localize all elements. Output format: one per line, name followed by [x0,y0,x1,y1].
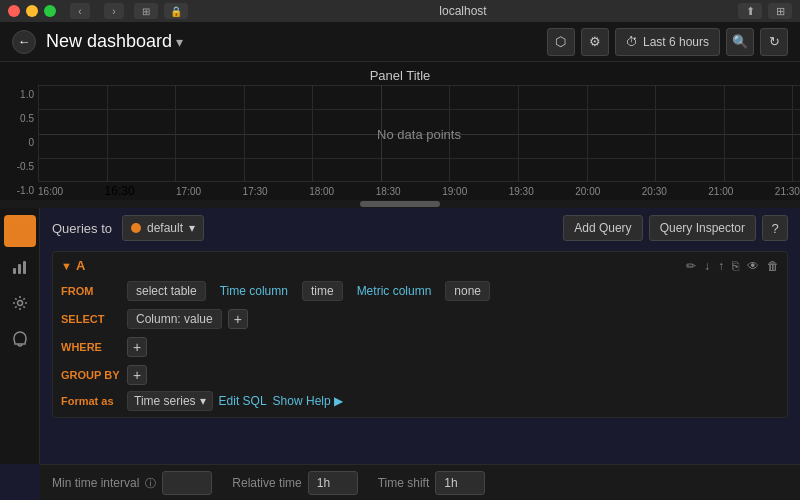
edit-query-icon[interactable]: ✏ [686,259,696,273]
from-label: FROM [61,285,121,297]
close-button[interactable] [8,5,20,17]
svg-point-0 [13,224,27,229]
chart-scrollbar[interactable] [0,200,800,208]
format-value: Time series [134,394,196,408]
view-btn[interactable]: ⊞ [134,3,158,19]
group-by-label: GROUP BY [61,369,121,381]
query-block-a: ▼ A ✏ ↓ ↑ ⎘ 👁 🗑 FROM select table Time c… [52,251,788,418]
shield-btn[interactable]: 🔒 [164,3,188,19]
query-actions: Add Query Query Inspector ? [563,215,788,241]
save-dashboard-button[interactable]: ⬡ [547,28,575,56]
query-inspector-button[interactable]: Query Inspector [649,215,756,241]
y-label-4: -0.5 [0,161,38,172]
time-range-button[interactable]: ⏱ Last 6 hours [615,28,720,56]
add-query-button[interactable]: Add Query [563,215,642,241]
panel-title: Panel Title [0,62,800,85]
y-label-2: 0.5 [0,113,38,124]
copy-query-icon[interactable]: ⎘ [732,259,739,273]
query-editor-header: Queries to default ▾ Add Query Query Ins… [52,215,788,241]
refresh-button[interactable]: ↻ [760,28,788,56]
relative-time-label: Relative time [232,476,301,490]
queries-to-label: Queries to [52,221,112,236]
save-icon: ⬡ [555,34,566,49]
edit-sql-button[interactable]: Edit SQL [219,394,267,408]
dashboard-back-button[interactable]: ← [12,30,36,54]
bottom-panel: Queries to default ▾ Add Query Query Ins… [0,207,800,464]
back-nav-button[interactable]: ‹ [70,3,90,19]
min-time-info-icon[interactable]: ⓘ [145,476,156,491]
svg-rect-3 [23,261,26,274]
delete-query-icon[interactable]: 🗑 [767,259,779,273]
y-axis: 1.0 0.5 0 -0.5 -1.0 [0,85,38,200]
minimize-button[interactable] [26,5,38,17]
dashboard-title-group: New dashboard ▾ [46,31,183,52]
datasource-select[interactable]: default ▾ [122,215,204,241]
x-label-6: 19:00 [442,186,467,197]
search-icon: 🔍 [732,34,748,49]
forward-nav-button[interactable]: › [104,3,124,19]
clock-icon: ⏱ [626,35,638,49]
collapse-arrow-icon[interactable]: ▼ [61,260,72,272]
time-shift-group: Time shift [378,471,486,495]
y-label-1: 1.0 [0,89,38,100]
x-label-7: 19:30 [509,186,534,197]
svg-rect-2 [18,264,21,274]
time-shift-label: Time shift [378,476,430,490]
dashboard-settings-button[interactable]: ⚙ [581,28,609,56]
titlebar: ‹ › ⊞ 🔒 localhost ⬆ ⊞ [0,0,800,22]
x-label-4: 18:00 [309,186,334,197]
datasource-dropdown-icon: ▾ [189,221,195,235]
x-axis: 16:00 16:30 17:00 17:30 18:00 18:30 19:0… [38,182,800,200]
query-editor: Queries to default ▾ Add Query Query Ins… [40,207,800,464]
metric-column-label[interactable]: Metric column [349,282,440,300]
time-shift-input[interactable] [435,471,485,495]
header-actions: ⬡ ⚙ ⏱ Last 6 hours 🔍 ↻ [547,28,788,56]
x-label-8: 20:00 [575,186,600,197]
sidebar-item-settings[interactable] [4,287,36,319]
time-range-label: Last 6 hours [643,35,709,49]
query-block-header: ▼ A ✏ ↓ ↑ ⎘ 👁 🗑 [61,258,779,273]
format-select[interactable]: Time series ▾ [127,391,213,411]
address-bar[interactable]: localhost [194,4,732,18]
add-where-button[interactable]: + [127,337,147,357]
min-time-label: Min time interval [52,476,139,490]
none-value[interactable]: none [445,281,490,301]
add-select-button[interactable]: + [228,309,248,329]
select-label: SELECT [61,313,121,325]
sidebar [0,207,40,464]
time-value[interactable]: time [302,281,343,301]
move-up-icon[interactable]: ↑ [718,259,724,273]
x-label-1: 16:30 [105,184,135,198]
time-column-label[interactable]: Time column [212,282,296,300]
show-help-button[interactable]: Show Help ▶ [273,394,343,408]
x-label-2: 17:00 [176,186,201,197]
query-block-actions: ✏ ↓ ↑ ⎘ 👁 🗑 [686,259,779,273]
move-down-icon[interactable]: ↓ [704,259,710,273]
where-label: WHERE [61,341,121,353]
select-table-value[interactable]: select table [127,281,206,301]
sidebar-item-database[interactable] [4,215,36,247]
min-time-input[interactable] [162,471,212,495]
chart-area: Panel Title 1.0 0.5 0 -0.5 -1.0 [0,62,800,207]
search-button[interactable]: 🔍 [726,28,754,56]
add-group-by-button[interactable]: + [127,365,147,385]
relative-time-input[interactable] [308,471,358,495]
sidebar-item-chart[interactable] [4,251,36,283]
maximize-button[interactable] [44,5,56,17]
x-label-3: 17:30 [243,186,268,197]
format-as-label: Format as [61,395,121,407]
help-button[interactable]: ? [762,215,788,241]
sidebar-item-alerts[interactable] [4,323,36,355]
new-tab-icon[interactable]: ⊞ [768,3,792,19]
dashboard-dropdown-icon[interactable]: ▾ [176,34,183,50]
column-value[interactable]: Column: value [127,309,222,329]
bottom-options: Min time interval ⓘ Relative time Time s… [40,464,800,500]
from-row: FROM select table Time column time Metri… [61,279,779,303]
scrollbar-thumb[interactable] [360,201,440,207]
share-icon[interactable]: ⬆ [738,3,762,19]
svg-rect-1 [13,268,16,274]
select-row: SELECT Column: value + [61,307,779,331]
where-row: WHERE + [61,335,779,359]
toggle-query-icon[interactable]: 👁 [747,259,759,273]
x-label-9: 20:30 [642,186,667,197]
